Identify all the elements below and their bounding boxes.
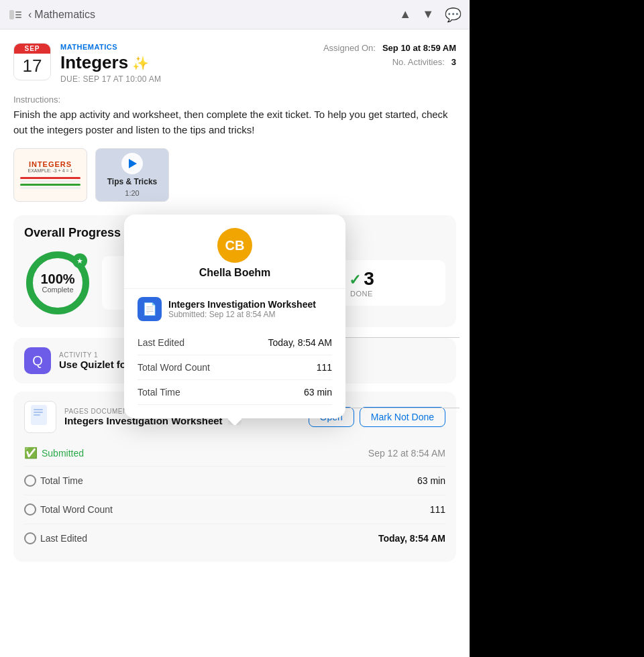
- done-count: 3: [364, 268, 374, 290]
- instructions-section: Instructions: Finish the app activity an…: [13, 95, 456, 137]
- video-attachment[interactable]: Tips & Tricks 1:20: [95, 148, 169, 202]
- student-popup-card[interactable]: CB Chella Boehm 📄 Integers Investigation…: [124, 215, 345, 418]
- poster-attachment[interactable]: INTEGERS EXAMPLE: -3 + 4 = 1: [13, 148, 87, 202]
- popup-last-edited-row: Last Edited Today, 8:54 AM: [138, 331, 332, 355]
- total-word-count-label: Total Word Count: [24, 503, 113, 516]
- popup-word-count-value: 111: [317, 362, 332, 373]
- done-label: DONE: [350, 290, 373, 298]
- poster-line-gray2: [20, 187, 80, 189]
- popup-word-count-row: Total Word Count 111: [138, 355, 332, 380]
- subject-label: MATHEMATICS: [60, 43, 161, 51]
- calendar-day: 17: [14, 54, 50, 78]
- last-edited-row: Last Edited Today, 8:54 AM: [24, 524, 445, 552]
- assigned-on-label: Assigned On:: [323, 43, 376, 53]
- poster-subtitle: EXAMPLE: -3 + 4 = 1: [28, 168, 73, 173]
- svg-rect-7: [34, 409, 43, 410]
- clock-icon-time: [24, 475, 36, 487]
- svg-rect-8: [34, 412, 43, 413]
- submitted-status-row: ✅ Submitted Sep 12 at 8:54 AM: [24, 440, 445, 467]
- svg-rect-9: [34, 414, 40, 416]
- svg-rect-3: [15, 17, 21, 18]
- play-button[interactable]: [121, 153, 143, 174]
- popup-last-edited-label: Last Edited: [138, 337, 184, 348]
- calendar-month: SEP: [14, 44, 50, 54]
- due-date: DUE: SEP 17 AT 10:00 AM: [60, 74, 161, 84]
- svg-rect-1: [15, 11, 21, 13]
- activity-icon: Q: [24, 347, 51, 374]
- calendar-icon: SEP 17: [13, 43, 51, 80]
- popup-word-count-label: Total Word Count: [138, 362, 210, 373]
- sidebar-toggle-button[interactable]: [8, 7, 23, 22]
- poster-line-gray1: [20, 180, 80, 182]
- progress-circle: ★ 100% Complete: [24, 249, 91, 316]
- popup-total-time-row: Total Time 63 min: [138, 380, 332, 405]
- popup-last-edited-value: Today, 8:54 AM: [268, 337, 332, 348]
- total-time-row: Total Time 63 min: [24, 467, 445, 495]
- popup-total-time-label: Total Time: [138, 387, 180, 398]
- last-edited-value: Today, 8:54 AM: [378, 533, 445, 544]
- popup-total-time-value: 63 min: [304, 387, 332, 398]
- star-badge: ★: [72, 253, 87, 268]
- video-label: Tips & Tricks: [107, 177, 157, 186]
- popup-divider: [124, 288, 345, 289]
- video-duration: 1:20: [125, 189, 139, 197]
- submitted-date: Sep 12 at 8:54 AM: [368, 448, 445, 459]
- back-label: Mathematics: [34, 9, 95, 21]
- clock-icon-edited: [24, 532, 36, 544]
- no-activities-row: No. Activities: 3: [392, 57, 456, 67]
- poster-line-red: [20, 177, 80, 179]
- comment-button[interactable]: 💬: [445, 7, 462, 23]
- black-panel: [470, 0, 644, 657]
- popup-tail: [228, 418, 241, 425]
- instructions-label: Instructions:: [13, 95, 456, 105]
- popup-avatar-section: CB Chella Boehm: [138, 228, 332, 279]
- assignment-title: Integers ✨: [60, 52, 161, 73]
- popup-doc-submitted: Submitted: Sep 12 at 8:54 AM: [168, 310, 316, 319]
- next-arrow-button[interactable]: ▼: [422, 7, 434, 21]
- last-edited-label: Last Edited: [24, 532, 87, 544]
- popup-doc-row: 📄 Integers Investigation Worksheet Submi…: [138, 297, 332, 321]
- popup-doc-icon: 📄: [138, 297, 162, 321]
- poster-title: INTEGERS: [29, 160, 72, 168]
- assigned-on-row: Assigned On: Sep 10 at 8:59 AM: [323, 43, 456, 53]
- svg-rect-2: [15, 14, 21, 15]
- sparkle-icon: ✨: [132, 55, 149, 71]
- submitted-label: ✅ Submitted: [24, 446, 84, 459]
- no-activities-value: 3: [451, 57, 456, 67]
- no-activities-label: No. Activities:: [392, 57, 445, 67]
- instructions-text: Finish the app activity and worksheet, t…: [13, 107, 456, 137]
- back-button[interactable]: ‹ Mathematics: [28, 9, 95, 21]
- poster-line-green: [20, 184, 80, 186]
- progress-percentage: 100%: [40, 272, 74, 286]
- progress-complete-label: Complete: [42, 286, 73, 294]
- total-word-count-value: 111: [430, 504, 445, 515]
- prev-arrow-button[interactable]: ▲: [399, 7, 411, 21]
- done-checkmark: ✓: [349, 272, 361, 289]
- popup-student-name: Chella Boehm: [199, 267, 271, 279]
- popup-doc-name: Integers Investigation Worksheet: [168, 299, 316, 310]
- total-time-value: 63 min: [417, 475, 445, 486]
- assignment-header: SEP 17 MATHEMATICS Integers ✨ DUE: SEP 1…: [13, 43, 456, 84]
- mark-not-done-button[interactable]: Mark Not Done: [360, 407, 445, 427]
- avatar-circle: CB: [217, 228, 252, 263]
- attachments-row: INTEGERS EXAMPLE: -3 + 4 = 1 Tips & Tric…: [13, 148, 456, 202]
- total-time-label: Total Time: [24, 475, 83, 487]
- title-bar: ‹ Mathematics ▲ ▼ 💬: [0, 0, 470, 29]
- total-word-count-row: Total Word Count 111: [24, 495, 445, 524]
- play-triangle-icon: [129, 159, 137, 168]
- clock-icon-words: [24, 503, 36, 516]
- assigned-on-value: Sep 10 at 8:59 AM: [382, 43, 456, 53]
- doc-thumbnail: [24, 401, 56, 433]
- svg-rect-0: [9, 10, 14, 19]
